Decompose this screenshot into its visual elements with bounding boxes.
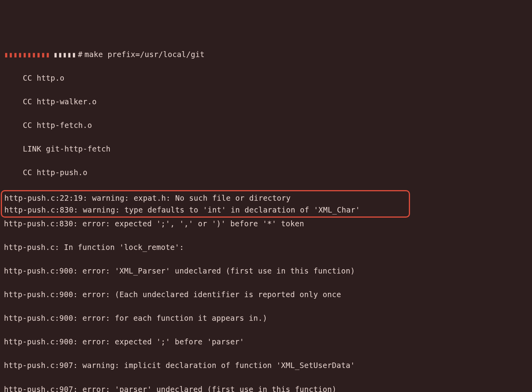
error-line: http-push.c:907: error: 'parser' undecla… [4, 383, 528, 392]
warning-line: http-push.c:830: warning: type defaults … [4, 204, 406, 216]
prompt-path-redacted: ▮▮▮▮▮ [53, 48, 76, 60]
compile-output-line: CC http.o [4, 72, 528, 84]
compile-output-line: CC http-walker.o [4, 96, 528, 107]
error-line: http-push.c:900: error: (Each undeclared… [4, 288, 528, 300]
terminal-prompt-line: ▮▮▮▮▮▮▮▮▮▮ ▮▮▮▮▮ # make prefix=/usr/loca… [4, 48, 528, 60]
warning-line: http-push.c:22:19: warning: expat.h: No … [4, 192, 406, 204]
error-line: http-push.c:907: warning: implicit decla… [4, 359, 528, 371]
error-line: http-push.c:900: error: for each functio… [4, 312, 528, 324]
prompt-symbol: # [78, 48, 83, 60]
warning-highlight-box: http-push.c:22:19: warning: expat.h: No … [1, 190, 410, 218]
prompt-host-redacted: ▮▮▮▮▮▮▮▮▮▮ [4, 48, 50, 60]
shell-command: make prefix=/usr/local/git [85, 48, 205, 60]
error-line: http-push.c:900: error: expected ';' bef… [4, 336, 528, 348]
error-line: http-push.c: In function 'lock_remote': [4, 241, 528, 253]
compile-output-line: LINK git-http-fetch [4, 143, 528, 155]
error-line: http-push.c:900: error: 'XML_Parser' und… [4, 265, 528, 277]
compile-output-line: CC http-push.o [4, 166, 528, 178]
compile-output-line: CC http-fetch.o [4, 119, 528, 131]
error-line: http-push.c:830: error: expected ';', ',… [4, 218, 528, 229]
